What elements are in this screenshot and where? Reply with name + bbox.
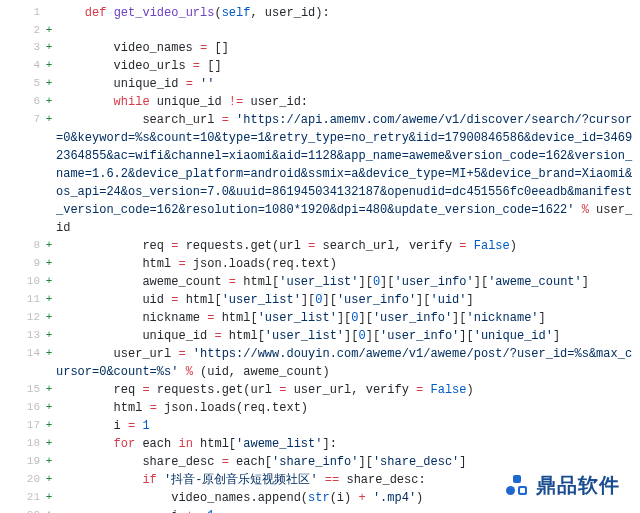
diff-marker: + [42,435,56,452]
code-content: unique_id = '' [56,75,640,93]
code-content: search_url = 'https://api.amemv.com/awem… [56,111,640,237]
code-content: uid = html['user_list'][0]['user_info'][… [56,291,640,309]
code-line: 5+ unique_id = '' [0,75,640,93]
line-number: 2 [0,22,42,39]
code-line: 3+ video_names = [] [0,39,640,57]
code-content: i = 1 [56,417,640,435]
watermark: 鼎品软件 [496,466,628,505]
code-line: 22+ i += 1 [0,507,640,513]
line-number: 4 [0,57,42,74]
code-content: for each in html['aweme_list']: [56,435,640,453]
line-number: 3 [0,39,42,56]
line-number: 14 [0,345,42,362]
line-number: 20 [0,471,42,488]
code-line: 18+ for each in html['aweme_list']: [0,435,640,453]
diff-marker: + [42,255,56,272]
code-content: def get_video_urls(self, user_id): [56,4,640,22]
svg-rect-3 [520,488,525,493]
code-content: video_urls = [] [56,57,640,75]
diff-marker: + [42,22,56,39]
diff-marker: + [42,345,56,362]
diff-marker: + [42,309,56,326]
line-number: 8 [0,237,42,254]
code-diff-block: 1 def get_video_urls(self, user_id):2+3+… [0,4,640,513]
diff-marker: + [42,399,56,416]
svg-rect-1 [506,486,515,495]
code-content: unique_id = html['user_list'][0]['user_i… [56,327,640,345]
diff-marker: + [42,111,56,128]
code-line: 7+ search_url = 'https://api.amemv.com/a… [0,111,640,237]
code-content: while unique_id != user_id: [56,93,640,111]
code-line: 15+ req = requests.get(url = user_url, v… [0,381,640,399]
code-content: req = requests.get(url = user_url, verif… [56,381,640,399]
line-number: 19 [0,453,42,470]
line-number: 22 [0,507,42,513]
code-line: 16+ html = json.loads(req.text) [0,399,640,417]
code-content: video_names = [] [56,39,640,57]
code-line: 1 def get_video_urls(self, user_id): [0,4,640,22]
diff-marker: + [42,381,56,398]
code-content: nickname = html['user_list'][0]['user_in… [56,309,640,327]
code-line: 11+ uid = html['user_list'][0]['user_inf… [0,291,640,309]
diff-marker: + [42,471,56,488]
diff-marker: + [42,273,56,290]
code-content: html = json.loads(req.text) [56,399,640,417]
brand-icon [504,473,530,499]
code-content: html = json.loads(req.text) [56,255,640,273]
line-number: 16 [0,399,42,416]
line-number: 11 [0,291,42,308]
diff-marker: + [42,237,56,254]
line-number: 17 [0,417,42,434]
line-number: 9 [0,255,42,272]
code-line: 12+ nickname = html['user_list'][0]['use… [0,309,640,327]
diff-marker: + [42,291,56,308]
svg-rect-0 [513,475,521,483]
code-line: 9+ html = json.loads(req.text) [0,255,640,273]
line-number: 6 [0,93,42,110]
line-number: 7 [0,111,42,128]
code-line: 13+ unique_id = html['user_list'][0]['us… [0,327,640,345]
code-line: 8+ req = requests.get(url = search_url, … [0,237,640,255]
diff-marker: + [42,39,56,56]
code-line: 4+ video_urls = [] [0,57,640,75]
code-line: 17+ i = 1 [0,417,640,435]
line-number: 10 [0,273,42,290]
line-number: 1 [0,4,42,21]
code-content: req = requests.get(url = search_url, ver… [56,237,640,255]
line-number: 12 [0,309,42,326]
diff-marker: + [42,93,56,110]
code-content: i += 1 [56,507,640,513]
line-number: 18 [0,435,42,452]
diff-marker: + [42,489,56,506]
code-line: 6+ while unique_id != user_id: [0,93,640,111]
diff-marker: + [42,453,56,470]
line-number: 21 [0,489,42,506]
line-number: 5 [0,75,42,92]
diff-marker: + [42,75,56,92]
diff-marker: + [42,57,56,74]
line-number: 13 [0,327,42,344]
code-line: 10+ aweme_count = html['user_list'][0]['… [0,273,640,291]
code-content: user_url = 'https://www.douyin.com/aweme… [56,345,640,381]
code-line: 14+ user_url = 'https://www.douyin.com/a… [0,345,640,381]
diff-marker: + [42,327,56,344]
diff-marker: + [42,417,56,434]
line-number: 15 [0,381,42,398]
diff-marker: + [42,507,56,513]
code-content: aweme_count = html['user_list'][0]['user… [56,273,640,291]
watermark-text: 鼎品软件 [536,472,620,499]
code-line: 2+ [0,22,640,39]
